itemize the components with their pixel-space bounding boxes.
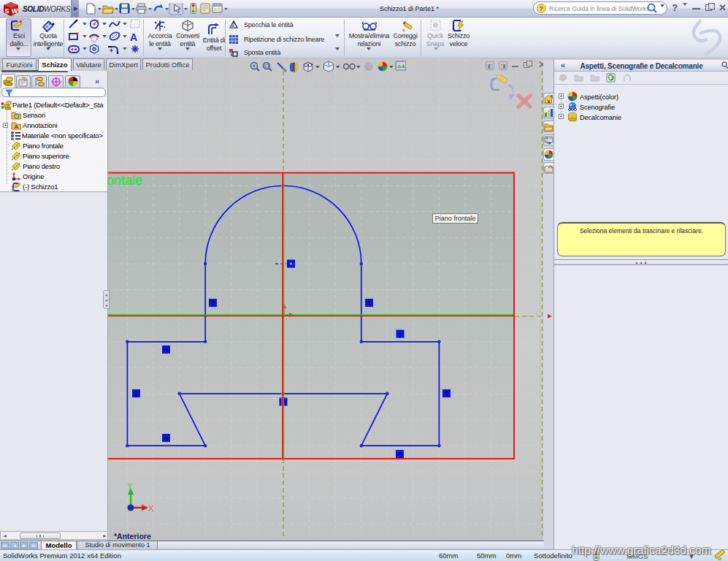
svg-text:ontale: ontale (107, 173, 142, 188)
svg-text:A: A (130, 31, 137, 43)
svg-text:W: W (12, 7, 18, 15)
svg-text:A: A (15, 123, 19, 130)
svg-text:S: S (5, 7, 9, 15)
svg-text:X: X (148, 504, 154, 513)
svg-text:2: 2 (611, 76, 614, 81)
svg-text:?: ? (540, 5, 544, 12)
svg-text:Y: Y (127, 481, 133, 490)
